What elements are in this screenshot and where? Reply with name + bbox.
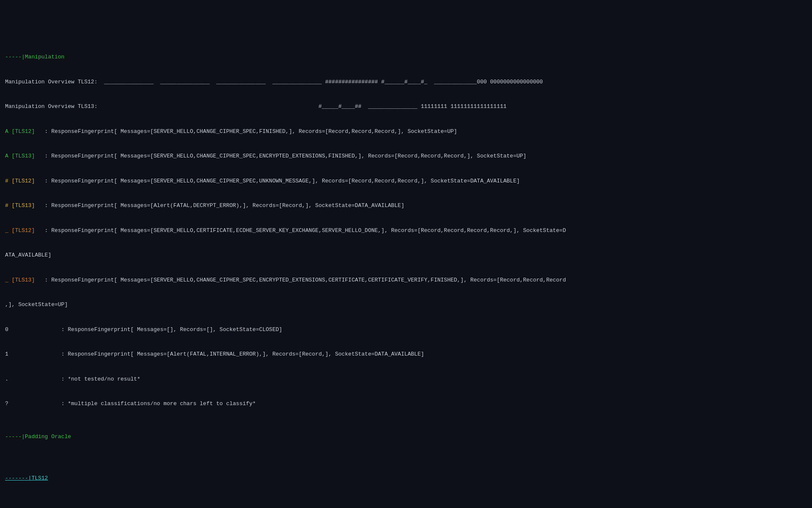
fp-under-tls13-cont: ,], SocketState=UP] bbox=[5, 301, 68, 308]
fp-question-prefix: ? bbox=[5, 400, 8, 407]
fp-hash-tls13-prefix: # [TLS13] bbox=[5, 202, 35, 209]
terminal-output: -----|Manipulation Manipulation Overview… bbox=[5, 36, 807, 508]
fp-1-text: : ResponseFingerprint[ Messages=[Alert(F… bbox=[8, 351, 424, 357]
padding-oracle-header: -----|Padding Oracle bbox=[5, 433, 71, 440]
manipulation-overview-tls12: Manipulation Overview TLS12: ___________… bbox=[5, 79, 543, 85]
fp-under-tls13-text: : ResponseFingerprint[ Messages=[SERVER_… bbox=[35, 277, 566, 283]
fp-0-text: : ResponseFingerprint[ Messages=[], Reco… bbox=[8, 326, 283, 333]
fp-a-tls13-prefix: A [TLS13] bbox=[5, 153, 35, 159]
fp-a-tls13-text: : ResponseFingerprint[ Messages=[SERVER_… bbox=[35, 153, 526, 159]
fp-1-prefix: 1 bbox=[5, 351, 8, 357]
fp-0-prefix: 0 bbox=[5, 326, 8, 333]
tls12-header[interactable]: -------|TLS12 bbox=[5, 475, 48, 481]
fp-under-tls12-cont: ATA_AVAILABLE] bbox=[5, 252, 51, 258]
fp-dot-text: : *not tested/no result* bbox=[8, 376, 140, 382]
fp-hash-tls12-prefix: # [TLS12] bbox=[5, 178, 35, 184]
fp-question-text: : *multiple classifications/no more char… bbox=[8, 400, 256, 407]
fp-a-tls12-text: : ResponseFingerprint[ Messages=[SERVER_… bbox=[35, 128, 457, 135]
fp-a-tls12-prefix: A [TLS12] bbox=[5, 128, 35, 135]
manipulation-overview-tls13: Manipulation Overview TLS13: #_____#____… bbox=[5, 103, 507, 110]
fp-hash-tls13-text: : ResponseFingerprint[ Messages=[Alert(F… bbox=[35, 202, 404, 209]
fp-under-tls13-prefix: _ [TLS13] bbox=[5, 277, 35, 283]
fp-dot-prefix: . bbox=[5, 376, 8, 382]
manipulation-header: -----|Manipulation bbox=[5, 54, 64, 60]
fp-hash-tls12-text: : ResponseFingerprint[ Messages=[SERVER_… bbox=[35, 178, 520, 184]
fp-under-tls12-text: : ResponseFingerprint[ Messages=[SERVER_… bbox=[35, 227, 566, 234]
fp-under-tls12-prefix: _ [TLS12] bbox=[5, 227, 35, 234]
